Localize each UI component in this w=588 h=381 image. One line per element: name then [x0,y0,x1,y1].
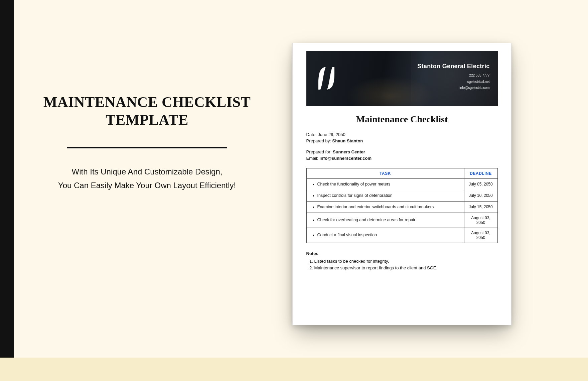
deadline-cell: July 15, 2050 [464,201,497,213]
canvas: MAINTENANCE CHECKLIST TEMPLATE With Its … [0,0,588,381]
task-cell: Conduct a final visual inspection [317,232,461,238]
meta-date-value: June 29, 2050 [318,132,345,137]
tasks-header-deadline: DEADLINE [464,168,497,179]
document-body: Maintenance Checklist Date: June 29, 205… [306,114,498,272]
deadline-cell: August 03, 2050 [464,213,497,228]
list-item: Listed tasks to be checked for integrity… [314,258,498,265]
meta-email-value: info@sunnerscenter.com [319,156,372,161]
task-cell: Examine interior and exterior switchboar… [317,204,461,210]
meta-prepared-by-label: Prepared by: [306,138,331,143]
meta-prepared-for: Prepared for: Sunners Center [306,149,498,154]
meta-date: Date: June 29, 2050 [306,132,498,137]
company-name: Stanton General Electric [413,63,490,70]
page-title-line2: TEMPLATE [27,111,267,128]
subtitle-line2: You Can Easily Make Your Own Layout Effi… [27,179,267,193]
task-cell: Check the functionality of power meters [317,181,461,187]
company-phone: 222 555 7777 [413,73,490,79]
page-title-line1: MAINTENANCE CHECKLIST [27,94,267,111]
meta-prepared-for-value: Sunners Center [333,149,365,154]
document-hero: Stanton General Electric 222 555 7777 sg… [306,51,498,106]
notes-block: Notes Listed tasks to be checked for int… [306,251,498,272]
table-row: Check the functionality of power meters … [306,179,497,190]
tasks-table: TASK DEADLINE Check the functionality of… [306,168,498,243]
company-info: Stanton General Electric 222 555 7777 sg… [413,63,490,91]
title-divider [67,147,227,148]
deadline-cell: July 05, 2050 [464,179,497,190]
meta-prepared-by: Prepared by: Shaun Stanton [306,138,498,143]
table-row: Examine interior and exterior switchboar… [306,201,497,213]
deadline-cell: July 10, 2050 [464,190,497,201]
meta-prepared-by-value: Shaun Stanton [332,138,363,143]
list-item: Maintenance supervisor to report finding… [314,265,498,272]
left-accent-bar [0,0,14,361]
headline-block: MAINTENANCE CHECKLIST TEMPLATE With Its … [27,94,267,193]
meta-prepared-for-label: Prepared for: [306,149,332,154]
subtitle-line1: With Its Unique And Customizable Design, [27,165,267,179]
bottom-accent-band [0,358,588,381]
deadline-cell: August 03, 2050 [464,228,497,243]
task-cell: Inspect controls for signs of deteriorat… [317,193,461,199]
company-email: info@sgelectric.com [413,85,490,91]
meta-email: Email: info@sunnerscenter.com [306,156,498,161]
table-row: Inspect controls for signs of deteriorat… [306,190,497,201]
table-row: Check for overheating and determine area… [306,213,497,228]
tasks-header-task: TASK [306,168,464,179]
task-cell: Check for overheating and determine area… [317,217,461,223]
company-logo-icon [316,65,336,92]
notes-heading: Notes [306,251,498,256]
document-title: Maintenance Checklist [306,114,498,125]
table-row: Conduct a final visual inspection August… [306,228,497,243]
meta-date-label: Date: [306,132,317,137]
meta-email-label: Email: [306,156,318,161]
notes-list: Listed tasks to be checked for integrity… [306,258,498,272]
document-preview: Stanton General Electric 222 555 7777 sg… [292,43,511,325]
company-website: sgelectrical.net [413,79,490,85]
